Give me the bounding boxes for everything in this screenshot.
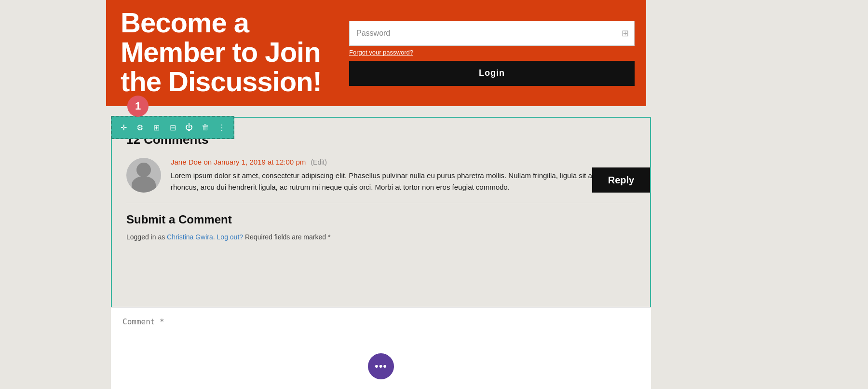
table-icon[interactable]: ⊟ (165, 120, 180, 135)
settings-icon[interactable]: ⚙ (132, 120, 148, 135)
required-fields-note: Required fields are marked * (245, 233, 330, 241)
move-icon[interactable]: ✛ (116, 120, 131, 135)
avatar (126, 158, 161, 193)
comment-item: Jane Doe on January 1, 2019 at 12:00 pm … (126, 158, 636, 193)
block-editor-toolbar: ✛ ⚙ ⊞ ⊟ ⏻ 🗑 ⋮ (111, 116, 234, 139)
comment-meta: Jane Doe on January 1, 2019 at 12:00 pm … (171, 158, 636, 166)
comment-edit-link[interactable]: (Edit) (311, 158, 326, 166)
logged-in-user-link[interactable]: Christina Gwira (167, 233, 213, 241)
floating-action-button[interactable]: ••• (368, 353, 394, 379)
password-icon: ⊞ (622, 28, 629, 39)
comment-author: Jane Doe (171, 158, 202, 166)
comment-body: Jane Doe on January 1, 2019 at 12:00 pm … (171, 158, 636, 193)
hero-title: Become a Member to Join the Discussion! (121, 8, 322, 97)
logged-in-prefix: Logged in as (126, 233, 165, 241)
submit-comment-heading: Submit a Comment (126, 213, 636, 226)
grid-icon[interactable]: ⊞ (149, 120, 164, 135)
forgot-password-link[interactable]: Forgot your password? (349, 49, 635, 56)
password-field-wrap: ⊞ (349, 21, 635, 46)
more-icon[interactable]: ⋮ (214, 120, 230, 135)
section-divider (126, 203, 636, 203)
reply-button[interactable]: Reply (592, 167, 650, 193)
hero-banner: Become a Member to Join the Discussion! … (106, 0, 646, 106)
comment-textarea-section: ••• (111, 307, 651, 389)
notification-badge: 1 (127, 96, 149, 117)
comment-date: on January 1, 2019 at 12:00 pm (203, 158, 306, 166)
login-button[interactable]: Login (349, 61, 635, 86)
logout-link[interactable]: Log out? (217, 233, 244, 241)
power-icon[interactable]: ⏻ (181, 120, 197, 135)
hero-login-form: ⊞ Forgot your password? Login (338, 0, 646, 106)
hero-text: Become a Member to Join the Discussion! (106, 0, 338, 106)
comment-text: Lorem ipsum dolor sit amet, consectetur … (171, 170, 636, 193)
password-input[interactable] (349, 21, 635, 46)
logged-in-line: Logged in as Christina Gwira. Log out? R… (126, 233, 636, 241)
comment-textarea[interactable] (122, 317, 639, 356)
dots-icon: ••• (375, 360, 387, 373)
delete-icon[interactable]: 🗑 (198, 120, 213, 135)
